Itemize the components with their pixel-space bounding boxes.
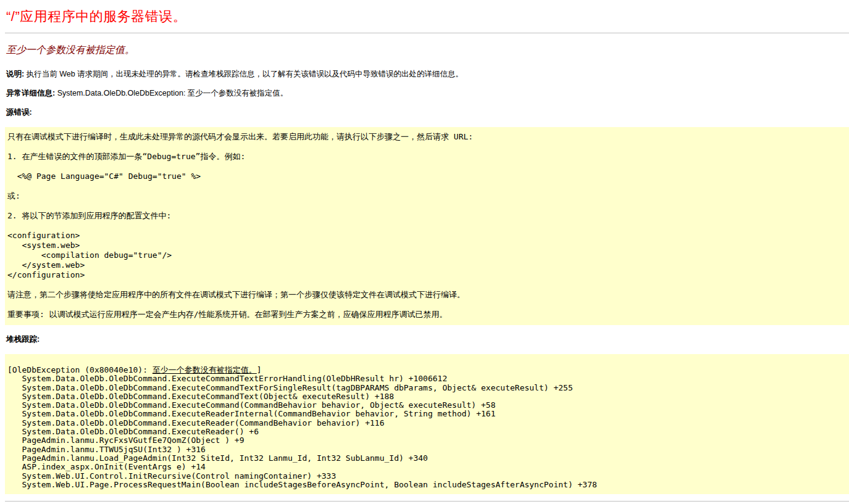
page-title: “/”应用程序中的服务器错误。 <box>6 7 849 26</box>
exception-details-label: 异常详细信息: <box>6 89 55 97</box>
exception-details-row: 异常详细信息: System.Data.OleDb.OleDbException… <box>6 89 849 98</box>
source-error-code: 只有在调试模式下进行编译时，生成此未处理异常的源代码才会显示出来。若要启用此功能… <box>7 132 849 320</box>
stack-trace-label: 堆栈跟踪: <box>6 335 40 344</box>
stack-exception-message: 至少一个参数没有被指定值。 <box>153 365 257 374</box>
top-divider <box>5 33 849 33</box>
error-subtitle: 至少一个参数没有被指定值。 <box>6 44 849 57</box>
stack-exception-prefix: [OleDbException (0x80040e10): <box>7 365 153 374</box>
source-error-label: 源错误: <box>6 108 32 117</box>
exception-details-text: System.Data.OleDb.OleDbException: 至少一个参数… <box>57 89 288 97</box>
source-error-box: 只有在调试模式下进行编译时，生成此未处理异常的源代码才会显示出来。若要启用此功能… <box>5 127 849 325</box>
stack-trace-code: [OleDbException (0x80040e10): 至少一个参数没有被指… <box>7 366 849 489</box>
aspnet-error-page: “/”应用程序中的服务器错误。 至少一个参数没有被指定值。 说明: 执行当前 W… <box>5 7 849 504</box>
stack-trace-lines: System.Data.OleDb.OleDbCommand.ExecuteCo… <box>7 374 597 489</box>
description-row: 说明: 执行当前 Web 请求期间，出现未处理的异常。请检查堆栈跟踪信息，以了解… <box>6 70 849 79</box>
description-label: 说明: <box>6 70 24 78</box>
stack-trace-heading: 堆栈跟踪: <box>6 335 849 344</box>
bottom-divider <box>5 501 849 502</box>
description-text: 执行当前 Web 请求期间，出现未处理的异常。请检查堆栈跟踪信息，以了解有关该错… <box>27 70 463 78</box>
stack-exception-suffix: ] <box>257 365 262 374</box>
stack-trace-box: [OleDbException (0x80040e10): 至少一个参数没有被指… <box>5 354 849 494</box>
source-error-heading: 源错误: <box>6 108 849 117</box>
